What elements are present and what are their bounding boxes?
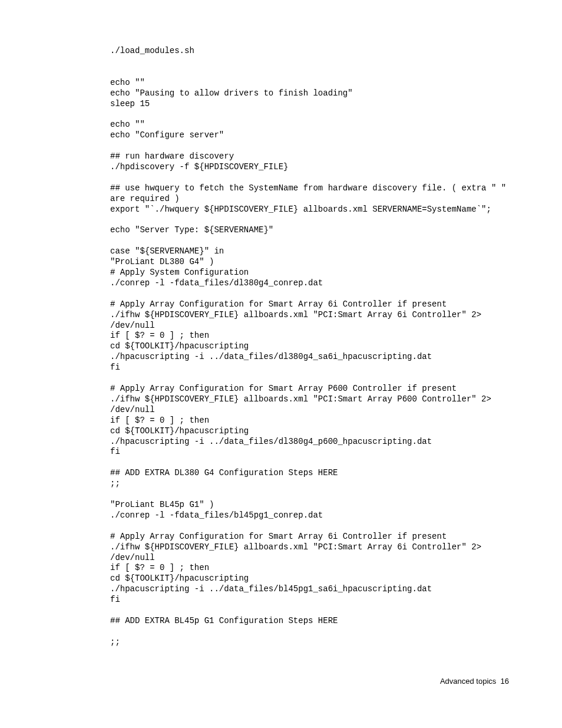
footer-section-label: Advanced topics [440,677,496,686]
footer-page-number: 16 [501,677,509,686]
page-footer: Advanced topics 16 [440,677,509,687]
code-listing: ./load_modules.sh echo "" echo "Pausing … [110,46,511,648]
document-page: ./load_modules.sh echo "" echo "Pausing … [0,0,562,728]
